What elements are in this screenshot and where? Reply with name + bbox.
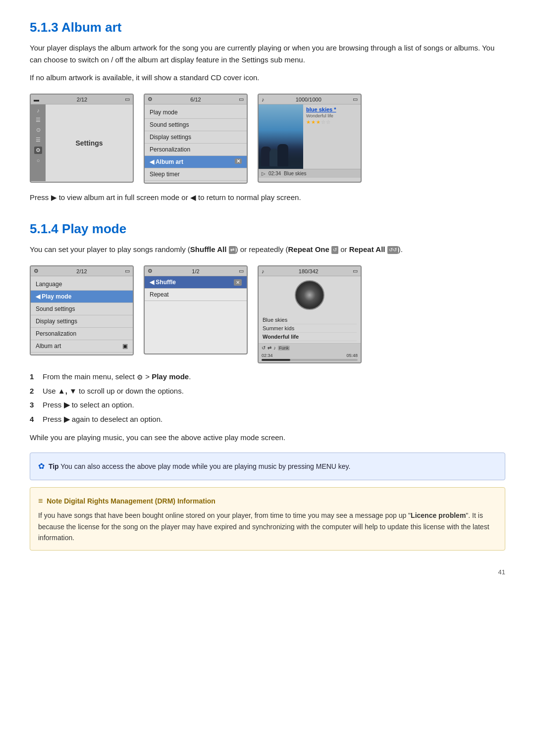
repeat-all-icon: ↺↺ [387,246,398,254]
settings-text-area: Settings [46,104,133,181]
track-num-playmode-left: 2/12 [76,268,87,274]
shuffle-icon-btn: ✕ [234,279,242,286]
arrow-right-bold-3: ▶ [64,401,70,409]
gear-icon-middle: ⚙ [148,268,153,274]
album-art-devices: ▬ 2/12 ▭ ♪ ☰ ⊙ ☰ ⚙ ○ Settings [30,94,505,184]
song-title-right: blue skies * [306,106,358,112]
song-list: Blue skies Summer kids Wonderful life [259,314,361,343]
song-item-summer-kids: Summer kids [263,324,357,333]
album-art-description: Your player displays the album artwork f… [30,42,505,66]
device-header-middle: ⚙ 6/12 ▭ [145,95,247,104]
progress-bar-fill [262,359,290,361]
folder-icon: ☰ [36,137,41,143]
note-label: Note [47,497,62,505]
menu-language: Language [31,278,133,291]
tip-text: You can also access the above play mode … [60,462,350,470]
track-num-playmode-middle: 1/2 [192,268,199,274]
shuffle-ctrl-icon: ⇄ [268,345,271,351]
arrows-bold: ▲, ▼ [58,387,77,395]
song-item-blue-skies: Blue skies [263,316,357,324]
note-box: ≡ Note Digital Rights Management (DRM) I… [30,487,505,551]
menu-item-sleep: Sleep timer [145,168,247,181]
note-drm-header: Digital Rights Management (DRM) Informat… [64,497,215,505]
menu-playmode-selected: ◀ Play mode [31,291,133,303]
progress-bar-row: 02:34 05:48 [259,352,361,362]
music-icon-right: ♪ [262,268,265,274]
info-icon: ○ [37,157,40,163]
funk-label: Funk [278,346,290,351]
header-battery-middle: ▭ [239,96,244,102]
tip-icon: ✿ [38,462,45,470]
step-1-text: From the main menu, select ⚙ > Play mode… [43,371,191,383]
albumart-icon-btn: ✕ [235,158,242,164]
section-album-art-heading: 5.1.3 Album art [30,20,505,35]
battery-playmode-left: ▭ [125,268,130,274]
menu-item-playmode: Play mode [145,106,247,119]
menu-item-sound: Sound settings [145,119,247,131]
battery-playmode-right: ▭ [353,268,358,274]
device-footer-right: ▷ 02:34 Blue skies [259,169,361,178]
shuffle-all-icon: ⇄ [229,246,236,254]
play-button-right: ▷ [262,171,266,176]
star-1: ★ [306,119,311,125]
time-current-right: 02:34 [262,353,273,358]
shuffle-all-label: Shuffle All [190,245,227,253]
section-play-mode-heading: 5.1.4 Play mode [30,221,505,237]
menu-album-art-left: Album art ▣ [31,340,133,353]
device-settings-left: ▬ 2/12 ▭ ♪ ☰ ⊙ ☰ ⚙ ○ Settings [30,94,134,183]
disc-area [259,276,361,314]
licence-problem-bold: Licence problem [411,511,466,519]
repeat-row: Repeat [145,289,247,301]
star-3: ★ [316,119,321,125]
step-3: 3 Press ▶ to select an option. [30,400,505,411]
tip-label: Tip [49,462,59,470]
list-icon: ☰ [36,117,41,123]
track-num-playmode-right: 180/342 [299,268,319,274]
progress-bar-bg [262,359,358,361]
step-num-4: 4 [30,414,38,425]
song-name-footer-right: Blue skies [284,171,307,176]
album-art-content: blue skies * Wonderful life ★ ★ ★ ☆ ☆ [259,104,361,169]
section-play-mode: 5.1.4 Play mode You can set your player … [30,221,505,551]
menu-item-albumart-selected: ◀ Album art ✕ [145,156,247,168]
header-gear-icon: ⚙ [148,96,153,102]
search-icon: ⊙ [36,127,41,133]
star-5-empty: ☆ [326,119,330,125]
step-1: 1 From the main menu, select ⚙ > Play mo… [30,371,505,383]
device-albumart-right: ♪ 1000/1000 ▭ blue skies * [258,94,362,183]
repeat-label: Repeat [150,291,169,298]
repeat-ctrl-icon: ↺ [262,345,266,351]
menu-personalization: Personalization [31,328,133,340]
tip-box: ✿ Tip You can also access the above play… [30,453,505,480]
device-header-playmode-left: ⚙ 2/12 ▭ [31,266,133,276]
album-sub-right: Wonderful life [306,113,358,118]
disc-image [295,280,324,310]
repeat-one-label: Repeat One [288,245,329,253]
settings-body: ♪ ☰ ⊙ ☰ ⚙ ○ Settings [31,104,133,181]
play-mode-bold: Play mode [152,372,189,381]
step-num-1: 1 [30,371,38,383]
step-num-3: 3 [30,400,38,411]
time-display-right: 02:34 [268,171,281,176]
battery-playmode-middle: ▭ [239,268,244,274]
album-art-image [259,104,303,169]
music-icon: ♪ [37,107,40,113]
menu-display-settings: Display settings [31,315,133,328]
settings-icon-active: ⚙ [34,147,42,154]
albumart-arrow-left: ◀ Album art [150,158,183,165]
while-playing-text: While you are playing music, you can see… [30,432,505,444]
device-playmode-middle: ⚙ 1/2 ▭ ◀ Shuffle ✕ Repeat [144,265,248,354]
device-menu-playmode: Language ◀ Play mode Sound settings Disp… [31,276,133,354]
icon-column: ♪ ☰ ⊙ ☰ ⚙ ○ [31,104,46,181]
step-num-2: 2 [30,386,38,397]
repeat-all-label: Repeat All [349,245,385,253]
header-battery-icon: ▬ [34,97,39,102]
header-track-right: 1000/1000 [296,97,321,102]
music-note-icon-right: ♪ [262,97,265,102]
gear-icon-left: ⚙ [34,268,39,274]
play-mode-devices: ⚙ 2/12 ▭ Language ◀ Play mode Sound sett… [30,265,505,363]
star-row: ★ ★ ★ ☆ ☆ [306,119,358,125]
note-header: ≡ Note Digital Rights Management (DRM) I… [38,495,497,507]
shuffle-row: ◀ Shuffle ✕ [145,276,247,289]
repeat-one-icon: ↺ [331,246,338,254]
